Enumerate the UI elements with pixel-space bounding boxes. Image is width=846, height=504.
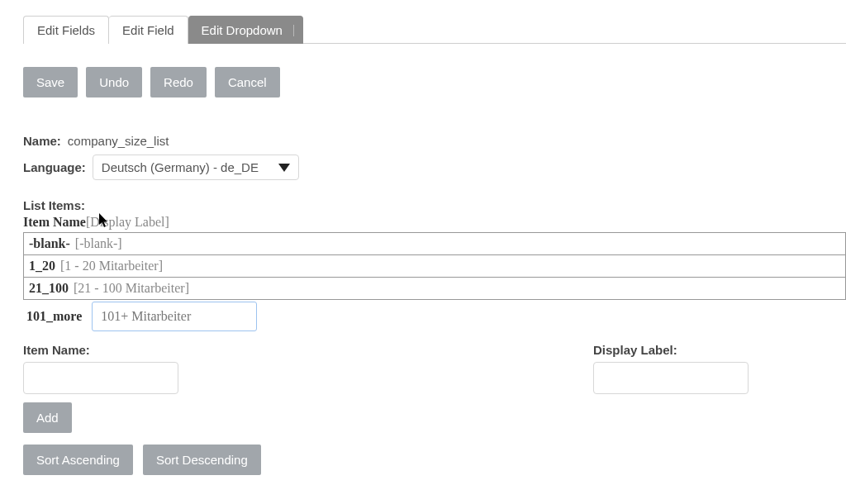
list-row-label-input[interactable] — [92, 302, 257, 331]
column-item-name: Item Name — [23, 215, 86, 229]
tab-edit-field[interactable]: Edit Field — [109, 16, 188, 44]
name-label: Name: — [23, 134, 61, 148]
item-name-input[interactable] — [23, 362, 178, 394]
sort-descending-button[interactable]: Sort Descending — [143, 445, 261, 475]
list-row-name: -blank- — [29, 236, 70, 251]
list-row-name: 1_20 — [29, 259, 55, 273]
list-row[interactable]: 101_more — [23, 302, 846, 331]
undo-button[interactable]: Undo — [86, 67, 142, 97]
list-row[interactable]: 21_100 [21 - 100 Mitarbeiter] — [23, 277, 846, 300]
list-row-name: 21_100 — [29, 281, 69, 296]
list-row[interactable]: 1_20 [1 - 20 Mitarbeiter] — [23, 254, 846, 278]
tab-edit-fields[interactable]: Edit Fields — [23, 16, 109, 44]
language-row: Language: Deutsch (Germany) - de_DE — [23, 155, 846, 180]
item-name-label: Item Name: — [23, 343, 593, 357]
list-row-label: [21 - 100 Mitarbeiter] — [74, 281, 189, 296]
cancel-button[interactable]: Cancel — [215, 67, 280, 97]
tab-edit-dropdown[interactable]: Edit Dropdown — [188, 16, 303, 44]
list-row-label: [-blank-] — [75, 236, 122, 251]
sort-ascending-button[interactable]: Sort Ascending — [23, 445, 133, 475]
list-items-section: List Items: Item Name[Display Label] -bl… — [23, 198, 846, 331]
list-row-name: 101_more — [23, 302, 87, 330]
language-select-value: Deutsch (Germany) - de_DE — [102, 160, 259, 174]
display-label-label: Display Label: — [593, 343, 846, 357]
list-rows: -blank- [-blank-]1_20 [1 - 20 Mitarbeite… — [23, 232, 846, 331]
list-row-label: [1 - 20 Mitarbeiter] — [60, 259, 163, 273]
language-label: Language: — [23, 160, 86, 174]
caret-down-icon — [278, 164, 290, 172]
display-label-input[interactable] — [593, 362, 749, 394]
add-item-form: Item Name: Add Sort Ascending Sort Desce… — [23, 343, 846, 475]
column-display-label: [Display Label] — [86, 215, 169, 229]
name-value: company_size_list — [68, 134, 169, 148]
redo-button[interactable]: Redo — [150, 67, 207, 97]
language-select[interactable]: Deutsch (Germany) - de_DE — [93, 155, 299, 180]
list-row[interactable]: -blank- [-blank-] — [23, 232, 846, 255]
list-columns-header: Item Name[Display Label] — [23, 215, 846, 230]
action-bar: Save Undo Redo Cancel — [23, 67, 846, 97]
name-row: Name: company_size_list — [23, 134, 846, 148]
list-items-label: List Items: — [23, 198, 846, 212]
add-button[interactable]: Add — [23, 402, 72, 433]
save-button[interactable]: Save — [23, 67, 78, 97]
tab-strip: Edit FieldsEdit FieldEdit Dropdown — [23, 15, 846, 44]
